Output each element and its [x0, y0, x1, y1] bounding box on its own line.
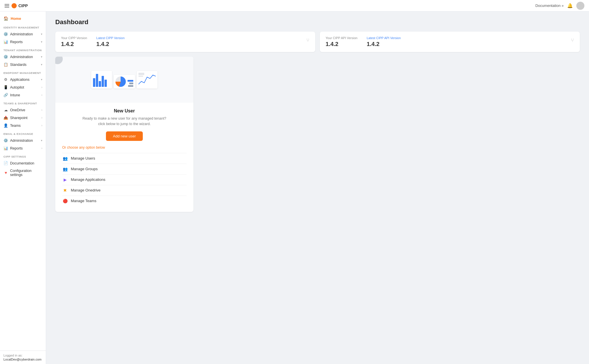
- card-subtitle: Ready to make a new user for any managed…: [62, 116, 187, 127]
- sidebar-item-identity-reports[interactable]: 📊 Reports ▾: [0, 38, 46, 46]
- sidebar-label: Administration: [10, 32, 33, 36]
- your-api-version-value: 1.4.2: [326, 41, 358, 47]
- chevron-down-icon: ▾: [41, 139, 42, 142]
- section-teams-sharepoint: TEAMS & SHAREPOINT ☁ OneDrive › 📤 Sharep…: [0, 99, 46, 129]
- sidebar-content: 🏠 Home IDENTITY MANAGEMENT ⚙️ Administra…: [0, 12, 46, 350]
- chart-illustration: [91, 71, 157, 89]
- card-illustration: [55, 57, 193, 103]
- sidebar-item-email-reports[interactable]: 📊 Reports ›: [0, 144, 46, 152]
- chevron-down-icon: ▾: [41, 63, 42, 66]
- sidebar-item-tenant-administration[interactable]: ⚙️ Administration ▾: [0, 53, 46, 61]
- sidebar-item-tenant-standards[interactable]: 📋 Standards ▾: [0, 61, 46, 68]
- sidebar-label: Administration: [10, 139, 33, 143]
- sidebar-label: Applications: [10, 78, 29, 82]
- sidebar-label: Sharepoint: [10, 116, 27, 120]
- latest-cipp-version-value: 1.4.2: [96, 41, 125, 47]
- chevron-down-icon: ▾: [41, 78, 42, 81]
- brand: CIPP: [12, 3, 28, 8]
- git-icon: ⑂: [306, 37, 309, 43]
- version-cards-row: Your CIPP Version 1.4.2 Latest CIPP Vers…: [55, 32, 580, 52]
- chevron-right-icon: ›: [41, 86, 42, 89]
- chevron-right-icon: ›: [41, 116, 42, 119]
- logged-in-label: Logged in as:: [3, 354, 42, 357]
- user-email: LocalDev@cyberdrain.com: [3, 358, 42, 361]
- section-label-endpoint: ENDPOINT MANAGEMENT: [0, 68, 46, 76]
- sidebar-label: Reports: [10, 40, 23, 44]
- section-label-email: EMAIL & EXCHANGE: [0, 129, 46, 137]
- section-tenant-administration: TENANT ADMINISTRATION ⚙️ Administration …: [0, 46, 46, 68]
- your-cipp-version-value: 1.4.2: [61, 41, 87, 47]
- sidebar-item-onedrive[interactable]: ☁ OneDrive ›: [0, 106, 46, 114]
- section-label-teams: TEAMS & SHAREPOINT: [0, 99, 46, 106]
- line-chart-mini: [137, 71, 157, 89]
- top-nav-right: Documentation » 🔔: [535, 2, 584, 10]
- add-new-user-button[interactable]: Add new user: [106, 131, 143, 141]
- admin-icon: ⚙️: [3, 55, 8, 59]
- sidebar-label: Teams: [10, 124, 21, 128]
- onedrive-icon: ☁: [3, 108, 8, 112]
- manage-users-item[interactable]: 👥 Manage Users: [62, 153, 187, 164]
- standards-icon: 📋: [3, 62, 8, 67]
- sidebar-label: Standards: [10, 63, 26, 67]
- user-avatar[interactable]: [576, 2, 584, 10]
- cipp-version-card: Your CIPP Version 1.4.2 Latest CIPP Vers…: [55, 32, 315, 52]
- manage-groups-item[interactable]: 👥 Manage Groups: [62, 164, 187, 175]
- sidebar-item-email-administration[interactable]: ⚙️ Administration ▾: [0, 137, 46, 144]
- sidebar-label: Documentation: [10, 161, 34, 165]
- latest-cipp-version-label: Latest CIPP Version: [96, 36, 125, 40]
- brand-logo: [12, 3, 17, 8]
- layout: 🏠 Home IDENTITY MANAGEMENT ⚙️ Administra…: [0, 12, 589, 364]
- manage-users-icon: 👥: [62, 156, 68, 161]
- manage-teams-icon: 🔴: [62, 199, 68, 203]
- sidebar-label: Autopilot: [10, 85, 24, 89]
- section-label-identity: IDENTITY MANAGEMENT: [0, 23, 46, 30]
- sidebar-item-identity-administration[interactable]: ⚙️ Administration ▾: [0, 30, 46, 38]
- manage-applications-label: Manage Applications: [71, 177, 105, 182]
- sidebar-label: Reports: [10, 146, 23, 150]
- sidebar-item-configuration[interactable]: 🔻 Configuration settings: [0, 167, 46, 179]
- applications-icon: ⚙: [3, 77, 8, 82]
- documentation-link[interactable]: Documentation »: [535, 3, 564, 8]
- manage-onedrive-label: Manage Onedrive: [71, 188, 100, 192]
- configuration-icon: 🔻: [3, 171, 8, 175]
- manage-applications-icon: ▶: [62, 177, 68, 182]
- manage-onedrive-item[interactable]: ✖ Manage Onedrive: [62, 185, 187, 196]
- latest-api-version-value: 1.4.2: [367, 41, 401, 47]
- bar-chart-mini: [91, 71, 112, 89]
- manage-teams-label: Manage Teams: [71, 199, 96, 203]
- hamburger-icon[interactable]: [5, 4, 9, 7]
- sidebar-label: Administration: [10, 55, 33, 59]
- chevron-right-icon: ›: [41, 93, 42, 97]
- reports-icon: 📊: [3, 146, 8, 150]
- sidebar: 🏠 Home IDENTITY MANAGEMENT ⚙️ Administra…: [0, 12, 46, 364]
- sidebar-item-documentation[interactable]: 📄 Documentation: [0, 159, 46, 167]
- section-cipp-settings: CIPP SETTINGS 📄 Documentation 🔻 Configur…: [0, 152, 46, 179]
- your-cipp-version-label: Your CIPP Version: [61, 36, 87, 40]
- manage-applications-item[interactable]: ▶ Manage Applications: [62, 175, 187, 185]
- person-circle-illustration: [55, 57, 63, 64]
- autopilot-icon: 📱: [3, 85, 8, 89]
- new-user-card: New User Ready to make a new user for an…: [55, 57, 193, 212]
- git-api-icon: ⑂: [571, 37, 574, 43]
- chevron-down-icon: ▾: [41, 40, 42, 43]
- sidebar-label: Intune: [10, 93, 20, 97]
- chevron-down-icon: ▾: [41, 55, 42, 58]
- chevron-right-icon: ›: [41, 108, 42, 112]
- your-api-version-label: Your CIPP API Version: [326, 36, 358, 40]
- home-icon: 🏠: [3, 16, 8, 21]
- sidebar-item-intune[interactable]: 🔗 Intune ›: [0, 91, 46, 99]
- section-identity-management: IDENTITY MANAGEMENT ⚙️ Administration ▾ …: [0, 23, 46, 46]
- manage-teams-item[interactable]: 🔴 Manage Teams: [62, 196, 187, 206]
- section-endpoint-management: ENDPOINT MANAGEMENT ⚙ Applications ▾ 📱 A…: [0, 68, 46, 99]
- top-nav: CIPP Documentation » 🔔: [0, 0, 589, 12]
- notification-bell-icon[interactable]: 🔔: [567, 3, 573, 8]
- sidebar-item-applications[interactable]: ⚙ Applications ▾: [0, 76, 46, 83]
- intune-icon: 🔗: [3, 93, 8, 97]
- sidebar-item-sharepoint[interactable]: 📤 Sharepoint ›: [0, 114, 46, 122]
- section-label-cipp: CIPP SETTINGS: [0, 152, 46, 159]
- sidebar-item-home[interactable]: 🏠 Home: [0, 14, 46, 23]
- reports-icon: 📊: [3, 40, 8, 44]
- sidebar-item-teams[interactable]: 👤 Teams ›: [0, 122, 46, 129]
- sidebar-item-autopilot[interactable]: 📱 Autopilot ›: [0, 83, 46, 91]
- page-title: Dashboard: [55, 18, 580, 26]
